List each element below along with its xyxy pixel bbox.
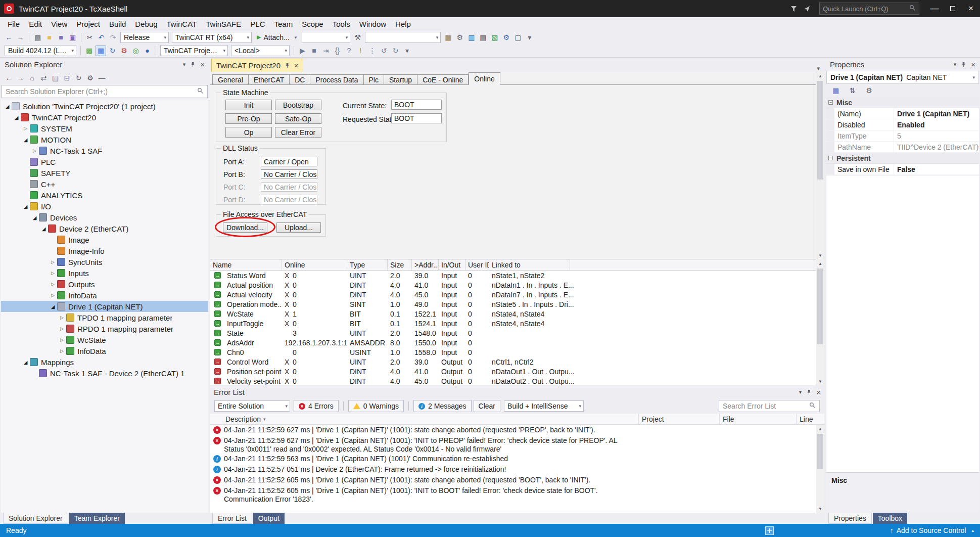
init-button[interactable]: Init [225,100,272,110]
menu-twinsafe[interactable]: TwinSAFE [201,17,246,30]
toolbar1-options-caret-icon[interactable]: ▾ [524,32,535,42]
tree-item-image-info[interactable]: Image-Info [1,245,208,256]
project-combo[interactable]: TwinCAT Project20▾ [160,45,228,56]
find-combo[interactable]: ▾ [365,32,441,43]
scroll-down-icon[interactable]: ▼ [816,251,824,259]
variable-row-chn0[interactable]: →Chn00USINT1.01558.0Input0 [210,347,824,357]
collapse-arrow-icon[interactable]: ◢ [21,137,30,143]
collapse-arrow-icon[interactable]: ◢ [21,360,30,365]
solution-platform-combo[interactable]: TwinCAT RT (x64)▾ [172,32,252,43]
save-icon[interactable]: ■ [56,32,66,42]
gear-icon[interactable]: ⚙ [501,32,511,42]
sx-forward-icon[interactable]: → [15,73,26,83]
twincat-sysman-icon[interactable]: ▦ [96,46,106,56]
stop-icon[interactable]: ■ [309,46,319,56]
column-header-in-out[interactable]: In/Out [439,259,465,270]
clear-error-button[interactable]: Clear Error [275,127,321,138]
column-header-user-id[interactable]: User ID [465,259,489,270]
error-list-scrollbar-thumb[interactable] [817,434,823,469]
document-icon[interactable]: ▢ [512,32,523,42]
panel-tab-output[interactable]: Output [253,513,285,524]
variable-row-state[interactable]: →State3UINT2.01548.0Input0 [210,328,824,338]
watch-icon[interactable]: ▥ [466,32,477,42]
properties-window-menu-caret-icon[interactable]: ▾ [954,61,957,68]
run-mode-icon[interactable]: ◎ [130,46,141,56]
expand-arrow-icon[interactable]: ▷ [21,126,30,131]
plc-library-icon[interactable]: ▩ [84,46,95,56]
variable-row-operation-mode[interactable]: →Operation mode...X0SINT1.049.0Input0nSt… [210,299,824,309]
upload-button[interactable]: Upload... [276,222,321,233]
property-save-in-own-file[interactable]: Save in own FileFalse [826,164,979,175]
more-icon[interactable]: ⋮ [367,46,378,56]
tree-item-plc[interactable]: PLC [1,156,208,167]
column-header-size[interactable]: Size [388,259,412,270]
download-button[interactable]: Download... [223,222,267,233]
error-list-scrollbar[interactable]: ▲▼ [816,425,824,513]
solution-search-input[interactable]: Search Solution Explorer (Ctrl+;) [2,85,208,98]
expand-arrow-icon[interactable]: ▷ [58,337,66,342]
solution-explorer-pin-icon[interactable] [190,62,196,67]
expand-arrow-icon[interactable]: ▷ [58,315,66,320]
column-header-name[interactable]: Name [210,259,282,270]
port-field-port-a[interactable]: Carrier / Open [261,157,317,166]
step-icon[interactable]: ⇥ [320,46,331,56]
scroll-down-icon[interactable]: ▼ [816,377,824,385]
error-list-header[interactable]: Error List ▾× [210,385,824,398]
menu-project[interactable]: Project [72,17,105,30]
history-icon[interactable]: ↺ [379,46,389,56]
properties-wrench-icon[interactable]: ⚙ [85,73,96,83]
expand-arrow-icon[interactable]: ▷ [30,148,39,153]
tree-item-nc-task-1-saf[interactable]: ▷NC-Task 1 SAF [1,145,208,156]
config-mode-icon[interactable]: ⚙ [119,46,129,56]
tree-item-c[interactable]: C++ [1,178,208,190]
minimize-button[interactable]: — [925,0,944,17]
collapse-all-icon[interactable]: ⊟ [62,73,72,83]
variable-row-wcstate[interactable]: →WcStateX1BIT0.11522.1Input0nState4, nSt… [210,309,824,319]
preop-button[interactable]: Pre-Op [225,113,272,124]
variable-row-status-word[interactable]: →Status WordX0UINT2.039.0Input0nState1, … [210,271,824,280]
online-page-scrollbar[interactable]: ▲▼ [816,72,824,259]
target-system-combo[interactable]: <Local>▾ [231,45,290,56]
tree-item-motion[interactable]: ◢MOTION [1,134,208,145]
solution-explorer-close-icon[interactable]: × [200,60,205,69]
undo-icon[interactable]: ↶ [96,32,107,42]
users-icon[interactable]: ▧ [489,32,500,42]
switch-views-icon[interactable]: ⇄ [38,73,49,83]
property-disabled[interactable]: DisabledEnabled [826,119,979,130]
tree-item-rpdo-1-mapping-parameter[interactable]: ▷RPDO 1 mapping parameter [1,323,208,334]
port-field-port-b[interactable]: No Carrier / Closed [261,169,317,179]
port-field-port-c[interactable]: No Carrier / Closed [261,182,317,192]
cut-icon[interactable]: ✂ [84,32,95,42]
build-version-combo[interactable]: Build 4024.12 (Loaded)▾ [5,45,76,56]
tab-list-caret-icon[interactable]: ▾ [812,65,824,72]
maximize-button[interactable] [944,0,962,17]
online-page-scrollbar-track[interactable] [816,80,824,251]
collapse-arrow-icon[interactable]: ◢ [49,304,57,309]
collapse-box-icon[interactable]: − [828,156,833,160]
port-field-port-d[interactable]: No Carrier / Closed [261,195,317,204]
tree-item-tpdo-1-mapping-parameter[interactable]: ▷TPDO 1 mapping parameter [1,312,208,323]
tree-item-analytics[interactable]: ANALYTICS [1,190,208,201]
tree-item-outputs[interactable]: ▷Outputs [1,279,208,290]
tab-ethercat[interactable]: EtherCAT [249,74,290,85]
document-tab[interactable]: TwinCAT Project20 × [211,59,303,72]
tree-item-syncunits[interactable]: ▷SyncUnits [1,256,208,267]
warnings-filter-button[interactable]: 0 Warnings [348,400,404,412]
tree-item-safety[interactable]: SAFETY [1,167,208,178]
panel-tab-team-explorer[interactable]: Team Explorer [69,513,125,524]
refresh-icon[interactable]: ↻ [73,73,84,83]
column-header-online[interactable]: Online [282,259,347,270]
grid-scrollbar-thumb[interactable] [817,268,823,344]
variable-row-actual-velocity[interactable]: →Actual velocityX0DINT4.045.0Input0nData… [210,290,824,299]
tab-coe-online[interactable]: CoE - Online [417,74,469,85]
scroll-up-icon[interactable]: ▲ [816,72,824,80]
expand-arrow-icon[interactable]: ▷ [58,348,66,353]
home-icon[interactable]: ⌂ [27,73,37,83]
menu-edit[interactable]: Edit [24,17,46,30]
tree-item-i-o[interactable]: ◢I/O [1,201,208,212]
repeat-icon[interactable]: ↻ [390,46,401,56]
panel-tab-toolbox[interactable]: Toolbox [873,513,907,524]
sx-back-icon[interactable]: ← [4,73,14,83]
tree-item-infodata[interactable]: ▷InfoData [1,345,208,356]
properties-header[interactable]: Properties ▾× [826,58,979,71]
